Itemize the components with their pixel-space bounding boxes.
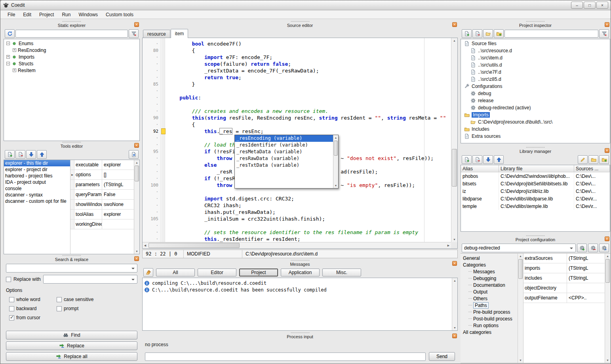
menu-project[interactable]: Project — [35, 11, 58, 19]
checkbox[interactable] — [9, 306, 14, 311]
close-icon[interactable] — [134, 256, 139, 261]
replace-all-button[interactable]: Replace all — [6, 352, 137, 361]
close-icon[interactable] — [134, 22, 139, 27]
scroll-up-icon[interactable]: ▲ — [333, 135, 338, 140]
dock-grip[interactable] — [526, 235, 544, 236]
category-item[interactable]: All categories — [461, 329, 518, 335]
scroll-up-icon[interactable]: ▲ — [451, 38, 457, 43]
tree-item[interactable]: ..\src\resource.d — [461, 47, 610, 54]
close-button[interactable]: × — [596, 2, 608, 9]
checkbox-option[interactable]: whole word — [9, 297, 57, 302]
checkbox-option[interactable]: prompt — [57, 306, 104, 311]
tree-item[interactable]: ..\src\utils.d — [461, 61, 610, 69]
completion-item[interactable]: _resIdentifier (variable) — [235, 142, 333, 149]
property-row[interactable]: parameters(TStringL — [70, 180, 134, 190]
tools-scrollbar[interactable]: ▲ ▼ — [134, 160, 139, 254]
property-value[interactable]: [] — [102, 170, 134, 179]
move-library-up-button[interactable] — [494, 155, 504, 164]
dock-grip[interactable] — [526, 21, 544, 22]
property-row[interactable]: workingDirect — [70, 219, 134, 229]
tab-resource[interactable]: resource — [143, 30, 170, 38]
property-scrollbar[interactable]: ▲ ▼ — [605, 253, 610, 363]
column-header[interactable]: Alias — [461, 165, 499, 172]
expand-icon[interactable]: + — [6, 55, 10, 59]
replace-button[interactable]: Replace — [6, 341, 137, 350]
property-value[interactable]: False — [102, 190, 134, 199]
category-item[interactable]: Messages — [461, 268, 518, 275]
property-row[interactable]: extraSources(TStringL — [523, 253, 605, 263]
scroll-right-icon[interactable]: ▶ — [446, 242, 451, 248]
replace-with-checkbox[interactable] — [6, 277, 11, 282]
tree-item[interactable]: Extra sources — [461, 133, 610, 140]
close-icon[interactable] — [605, 148, 609, 153]
add-folder-button[interactable] — [494, 29, 504, 38]
tree-item[interactable]: C:\Dev\dproj\resource.d\build\..\src\ — [461, 118, 610, 126]
move-library-down-button[interactable] — [483, 155, 493, 164]
code-editor[interactable]: · bool encodee7F()80 {· import e7F: enco… — [142, 38, 458, 249]
property-row[interactable]: imports(TStringL — [523, 263, 605, 273]
message-row[interactable]: compiling C:\...\build\resource.d.coedit — [143, 280, 457, 286]
collapse-icon[interactable]: − — [6, 42, 10, 45]
filter-application-button[interactable]: Application — [281, 269, 320, 276]
open-library-file-button[interactable] — [588, 155, 598, 164]
tree-item[interactable]: +Imports — [4, 53, 139, 60]
menu-edit[interactable]: Edit — [19, 11, 35, 19]
remove-tool-button[interactable] — [15, 150, 25, 159]
open-folder-button[interactable] — [483, 29, 493, 38]
replace-term-combo[interactable] — [43, 275, 137, 284]
category-item[interactable]: Documentation — [461, 282, 518, 288]
scroll-thumb[interactable] — [135, 166, 139, 181]
category-item[interactable]: Categories — [461, 261, 518, 268]
scroll-thumb[interactable] — [452, 149, 457, 187]
column-header[interactable]: Library file — [499, 165, 574, 172]
dock-grip[interactable] — [291, 21, 309, 22]
column-header[interactable]: Sources ... — [574, 165, 610, 172]
category-item[interactable]: Output — [461, 288, 518, 295]
checkbox[interactable] — [57, 306, 62, 311]
dock-grip[interactable] — [526, 147, 544, 148]
refresh-button[interactable] — [5, 29, 15, 38]
property-row[interactable]: objectDirectory — [523, 283, 605, 293]
scroll-down-icon[interactable]: ▼ — [134, 249, 139, 254]
dock-grip[interactable] — [63, 21, 81, 22]
add-configuration-button[interactable] — [577, 244, 587, 252]
property-value[interactable]: explorer — [102, 210, 134, 219]
scroll-down-icon[interactable]: ▼ — [518, 358, 523, 363]
add-source-button[interactable] — [462, 29, 472, 38]
scroll-thumb[interactable] — [148, 243, 240, 248]
scroll-up-icon[interactable]: ▲ — [134, 160, 139, 165]
checkbox[interactable] — [9, 297, 14, 302]
table-row[interactable]: phobosC:\Dev\dmd2\windows\lib\phob...C:\… — [461, 172, 610, 180]
register-library-button[interactable] — [599, 155, 609, 164]
property-row[interactable]: executableexplorer — [70, 160, 134, 170]
close-icon[interactable] — [134, 143, 139, 148]
scroll-up-icon[interactable]: ▲ — [605, 253, 610, 259]
tool-list-item[interactable]: dscanner - syntax — [4, 192, 70, 198]
dock-grip[interactable] — [63, 142, 81, 143]
checkbox[interactable] — [57, 297, 62, 302]
category-item[interactable]: Pre-build process — [461, 309, 518, 315]
find-button[interactable]: Find — [6, 331, 137, 339]
execute-tool-button[interactable] — [129, 150, 139, 159]
minimize-button[interactable]: – — [571, 2, 583, 9]
symbol-filter-input[interactable] — [15, 30, 128, 38]
tree-item[interactable]: release — [461, 97, 610, 104]
dock-grip[interactable] — [63, 255, 81, 256]
filter-project-button[interactable]: Project — [239, 269, 278, 276]
popup-scrollbar[interactable]: ▲ ▼ — [333, 135, 338, 188]
scroll-down-icon[interactable]: ▼ — [451, 237, 457, 242]
inspector-filter-button[interactable] — [599, 29, 609, 38]
completion-item[interactable]: _resRawData (variable) — [235, 155, 333, 162]
property-value[interactable]: (TStringL — [567, 273, 605, 283]
filter-misc-button[interactable]: Misc. — [322, 269, 361, 276]
category-item[interactable]: Paths — [461, 302, 518, 309]
title-bar[interactable]: Coedit – □ × — [0, 0, 611, 10]
category-scrollbar[interactable]: ▲ ▼ — [518, 253, 523, 363]
tree-item[interactable]: Source files — [461, 40, 610, 47]
editor-horizontal-scrollbar[interactable]: ◀ ▶ — [143, 242, 451, 248]
messages-scrollbar[interactable]: ▲ ▼ — [452, 278, 457, 330]
checkbox-option[interactable]: from cursor — [9, 315, 57, 320]
tree-item[interactable]: −Enums — [4, 40, 139, 47]
checkbox-option[interactable]: case sensitive — [57, 297, 104, 302]
process-input-field[interactable] — [145, 353, 426, 361]
